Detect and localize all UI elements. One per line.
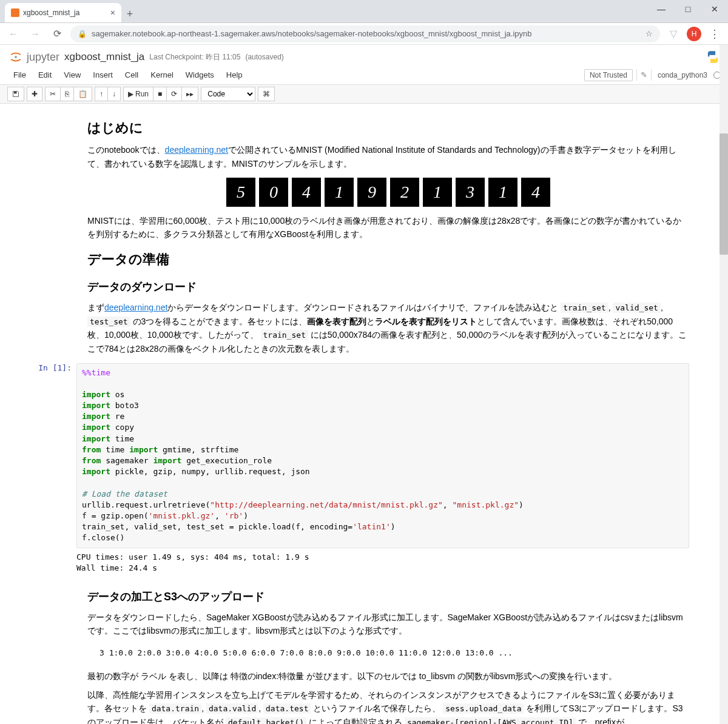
tab-close-icon[interactable]: × [110,8,115,17]
paragraph: 以降、高性能な学習用インスタンスを立ち上げてモデルを学習するため、それらのインス… [87,688,689,724]
cut-button[interactable]: ✂ [45,87,61,101]
menu-cell[interactable]: Cell [119,68,144,82]
code-inline: data.train [149,703,201,714]
paragraph: 最初の数字が ラベル を表し、以降は 特徴のindex:特徴量 が並びます。以下… [87,669,689,683]
heading-data-prep: データの準備 [87,249,689,270]
command-palette-button[interactable]: ⌘ [258,87,275,101]
jupyter-logo-text: jupyter [27,51,59,64]
markdown-cell[interactable]: はじめに このnotebookでは、deeplearning.netで公開されて… [30,117,698,356]
url-box[interactable]: 🔒 sagemaker.notebook.ap-northeast-1.sage… [70,25,660,42]
profile-avatar[interactable]: H [687,27,701,41]
window-controls: — □ ✕ [648,0,728,18]
autosaved-status: (autosaved) [245,53,283,61]
save-button[interactable] [7,87,24,101]
code-inline: train_set [561,303,608,313]
jupyter-header: jupyter xgboost_mnist_ja Last Checkpoint… [0,45,728,67]
mnist-digit: 3 [456,178,485,207]
menubar: File Edit View Insert Cell Kernel Widget… [0,67,728,85]
checkpoint-status: Last Checkpoint: 昨日 11:05 [149,52,240,62]
not-trusted-badge[interactable]: Not Trusted [584,69,633,81]
mnist-digit: 0 [259,178,288,207]
menu-widgets[interactable]: Widgets [180,68,220,82]
browser-tab[interactable]: xgboost_mnist_ja × [5,3,121,22]
code-inline: test_set [87,317,130,327]
jupyter-favicon [11,8,19,17]
jupyter-logo-icon [7,49,24,65]
bookmark-star-icon[interactable]: ☆ [645,29,653,38]
menu-view[interactable]: View [58,68,87,82]
libsvm-sample: 3 1:0.0 2:0.0 3:0.0 4:0.0 5:0.0 6:0.0 7:… [87,642,689,665]
tab-title: xgboost_mnist_ja [23,8,79,17]
code-inline: train_set [261,330,308,340]
paragraph: このnotebookでは、deeplearning.netで公開されているMNI… [87,143,689,170]
menu-edit[interactable]: Edit [32,68,58,82]
mnist-digit: 9 [357,178,386,207]
notebook-name[interactable]: xgboost_mnist_ja [64,51,144,63]
maximize-button[interactable]: □ [675,4,701,14]
code-cell[interactable]: In [1]: %%time import os import boto3 im… [30,361,698,580]
menu-file[interactable]: File [7,68,32,82]
mnist-digit: 4 [292,178,321,207]
address-bar: ← → ⟳ 🔒 sagemaker.notebook.ap-northeast-… [0,23,728,45]
code-output: CPU times: user 1.49 s, sys: 404 ms, tot… [76,548,689,577]
browser-menu-button[interactable]: ⋮ [706,27,723,41]
svg-point-0 [15,56,17,58]
browser-tabstrip: xgboost_mnist_ja × + — □ ✕ [0,0,728,23]
mnist-digit: 4 [521,178,550,207]
svg-rect-1 [14,92,17,93]
insert-cell-button[interactable]: ✚ [27,87,42,101]
restart-button[interactable]: ⟳ [167,87,182,101]
interrupt-button[interactable]: ■ [153,87,167,101]
back-button[interactable]: ← [5,25,22,42]
markdown-cell[interactable]: データの加工とS3へのアップロード データをダウンロードしたら、SageMake… [30,588,698,724]
paragraph: まずdeeplearning.netからデータをダウンロードします。ダウンロード… [87,301,689,356]
move-up-button[interactable]: ↑ [95,87,108,101]
link-deeplearning-net[interactable]: deeplearning.net [165,145,228,155]
mnist-digit: 2 [390,178,419,207]
brave-icon[interactable]: ▽ [665,25,682,42]
menu-help[interactable]: Help [220,68,249,82]
input-prompt: In [1]: [30,363,76,577]
mnist-digit: 1 [325,178,354,207]
link-deeplearning-net-2[interactable]: deeplearning.net [104,303,167,312]
code-input[interactable]: %%time import os import boto3 import re … [76,363,689,548]
code-inline: sess.upload_data [443,703,524,714]
close-window-button[interactable]: ✕ [701,4,728,14]
code-inline: sagemaker-[region]-[AWS account ID] [405,717,576,724]
forward-button[interactable]: → [27,25,44,42]
lock-icon: 🔒 [78,30,87,38]
toolbar: ✚ ✂ ⎘ 📋 ↑ ↓ ▶ Run ■ ⟳ ▸▸ Code ⌘ [0,85,728,104]
vertical-scrollbar[interactable] [720,45,728,724]
code-inline: data.valid [206,703,258,714]
kernel-name[interactable]: conda_python3 [655,70,710,81]
jupyter-logo[interactable]: jupyter [7,49,59,65]
mnist-digit: 1 [423,178,452,207]
mnist-digit: 5 [226,178,255,207]
notebook-container: はじめに このnotebookでは、deeplearning.netで公開されて… [0,104,728,724]
move-down-button[interactable]: ↓ [108,87,121,101]
paste-button[interactable]: 📋 [74,87,92,101]
paragraph: データをダウンロードしたら、SageMaker XGBoostが読み込めるファイ… [87,611,689,638]
code-inline: valid_set [613,303,660,313]
menu-kernel[interactable]: Kernel [144,68,180,82]
scrollbar-thumb[interactable] [720,133,728,255]
copy-button[interactable]: ⎘ [61,87,74,101]
cell-type-select[interactable]: Code [201,87,255,101]
url-text: sagemaker.notebook.ap-northeast-1.sagema… [92,29,641,38]
edit-metadata-icon[interactable]: ✎ [636,69,652,81]
new-tab-button[interactable]: + [121,5,138,22]
restart-run-all-button[interactable]: ▸▸ [182,87,198,101]
reload-button[interactable]: ⟳ [49,25,66,42]
python-logo-icon[interactable] [705,49,721,65]
mnist-sample-image: 5 0 4 1 9 2 1 3 1 4 [87,178,689,207]
run-button[interactable]: ▶ Run [123,87,153,101]
paragraph: MNISTには、学習用に60,000枚、テスト用に10,000枚のラベル付き画像… [87,214,689,241]
mnist-digit: 1 [488,178,517,207]
heading-hajimeni: はじめに [87,117,689,138]
code-inline: default_backet() [226,717,306,724]
minimize-button[interactable]: — [648,4,675,14]
menu-insert[interactable]: Insert [87,68,119,82]
heading-s3-upload: データの加工とS3へのアップロード [87,588,689,606]
code-inline: data.test [263,703,311,714]
heading-download: データのダウンロード [87,278,689,296]
